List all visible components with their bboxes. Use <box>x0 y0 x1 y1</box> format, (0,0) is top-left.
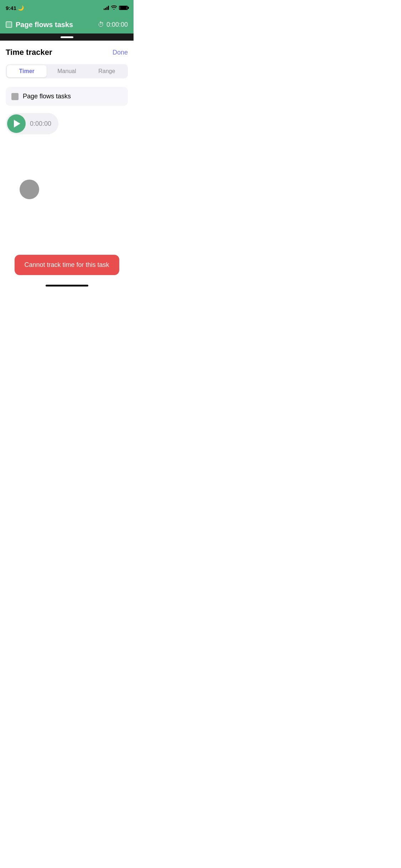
timer-time-display: 0:00:00 <box>30 120 51 128</box>
nav-right: ⏱ 0:00:00 <box>98 21 128 29</box>
wifi-icon <box>111 5 117 11</box>
battery-icon <box>119 6 128 10</box>
main-content: Time tracker Done Timer Manual Range Pag… <box>0 41 134 289</box>
done-button[interactable]: Done <box>113 49 128 56</box>
sheet-header: Time tracker Done <box>6 48 128 57</box>
status-icons <box>104 5 128 11</box>
tab-range[interactable]: Range <box>87 65 127 77</box>
nav-checkbox[interactable] <box>6 21 12 28</box>
home-indicator <box>46 285 88 286</box>
nav-left: Page flows tasks <box>6 21 73 29</box>
moon-icon: 🌙 <box>18 5 24 11</box>
bottom-sheet: Time tracker Done Timer Manual Range Pag… <box>0 41 134 134</box>
floating-circle <box>20 180 39 199</box>
sheet-title: Time tracker <box>6 48 52 57</box>
nav-bar: Page flows tasks ⏱ 0:00:00 <box>0 16 134 33</box>
drag-handle-bar <box>0 33 134 41</box>
status-bar: 9:41 🌙 <box>0 0 134 16</box>
error-toast: Cannot track time for this task <box>14 255 119 275</box>
tab-timer[interactable]: Timer <box>7 65 47 77</box>
timer-control: 0:00:00 <box>6 113 58 134</box>
status-time: 9:41 🌙 <box>6 5 24 11</box>
task-name: Page flows tasks <box>23 93 71 100</box>
play-button[interactable] <box>7 114 26 133</box>
play-icon <box>14 120 20 128</box>
drag-handle[interactable] <box>61 36 73 38</box>
tab-manual[interactable]: Manual <box>47 65 87 77</box>
time-display: 9:41 <box>6 5 16 11</box>
nav-timer-display: 0:00:00 <box>106 21 128 29</box>
stopwatch-icon: ⏱ <box>98 21 104 29</box>
signal-icon <box>104 6 109 10</box>
task-card: Page flows tasks <box>6 87 128 106</box>
task-checkbox[interactable] <box>11 93 19 100</box>
nav-title: Page flows tasks <box>16 21 73 29</box>
tabs-container: Timer Manual Range <box>6 64 128 78</box>
error-message: Cannot track time for this task <box>24 261 109 268</box>
